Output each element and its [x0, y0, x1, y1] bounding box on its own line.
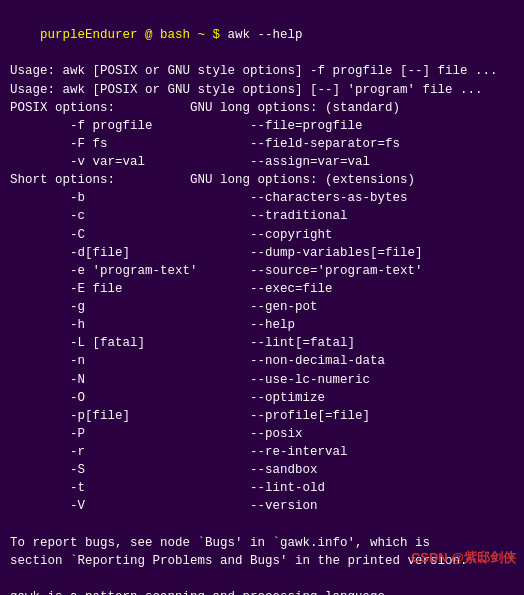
- terminal-line: POSIX options: GNU long options: (standa…: [10, 99, 514, 117]
- command-text: awk --help: [220, 28, 303, 42]
- terminal-line: -O --optimize: [10, 389, 514, 407]
- terminal-line: -S --sandbox: [10, 461, 514, 479]
- terminal-line: Usage: awk [POSIX or GNU style options] …: [10, 62, 514, 80]
- terminal-line: Usage: awk [POSIX or GNU style options] …: [10, 81, 514, 99]
- terminal-line: -g --gen-pot: [10, 298, 514, 316]
- terminal-line: gawk is a pattern scanning and processin…: [10, 588, 514, 595]
- watermark: CSDN @紫邸剑侠: [411, 549, 516, 567]
- terminal-line: -v var=val --assign=var=val: [10, 153, 514, 171]
- terminal-window: purpleEndurer @ bash ~ $ awk --help Usag…: [0, 0, 524, 595]
- terminal-line: -f progfile --file=progfile: [10, 117, 514, 135]
- terminal-line: -t --lint-old: [10, 479, 514, 497]
- terminal-line: -P --posix: [10, 425, 514, 443]
- terminal-line: -L [fatal] --lint[=fatal]: [10, 334, 514, 352]
- terminal-line: -h --help: [10, 316, 514, 334]
- terminal-line: [10, 516, 514, 534]
- terminal-line: Short options: GNU long options: (extens…: [10, 171, 514, 189]
- terminal-line: -p[file] --profile[=file]: [10, 407, 514, 425]
- terminal-line: -N --use-lc-numeric: [10, 371, 514, 389]
- watermark-text: CSDN @紫邸剑侠: [411, 550, 516, 565]
- terminal-line: [10, 570, 514, 588]
- prompt-text-1: purpleEndurer @ bash ~ $: [40, 28, 220, 42]
- terminal-line: -b --characters-as-bytes: [10, 189, 514, 207]
- terminal-line: -E file --exec=file: [10, 280, 514, 298]
- terminal-line: -F fs --field-separator=fs: [10, 135, 514, 153]
- terminal-line: -C --copyright: [10, 226, 514, 244]
- terminal-line: -d[file] --dump-variables[=file]: [10, 244, 514, 262]
- terminal-line: -c --traditional: [10, 207, 514, 225]
- terminal-line: -n --non-decimal-data: [10, 352, 514, 370]
- terminal-line: -r --re-interval: [10, 443, 514, 461]
- terminal-line: -e 'program-text' --source='program-text…: [10, 262, 514, 280]
- terminal-output: Usage: awk [POSIX or GNU style options] …: [10, 62, 514, 595]
- prompt-line-1: purpleEndurer @ bash ~ $ awk --help: [10, 8, 514, 62]
- terminal-line: -V --version: [10, 497, 514, 515]
